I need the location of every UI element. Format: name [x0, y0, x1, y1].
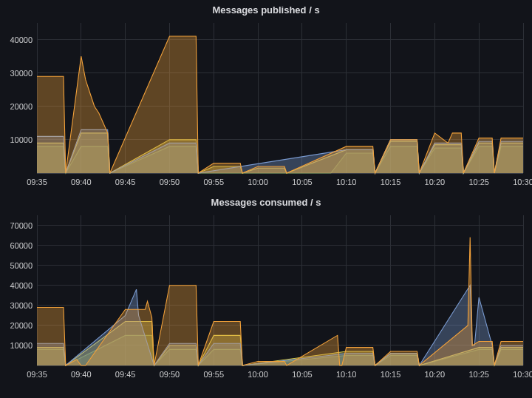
panel-title-consumed: Messages consumed / s: [0, 192, 532, 211]
svg-text:50000: 50000: [10, 261, 33, 270]
svg-text:10:15: 10:15: [381, 178, 401, 186]
svg-text:10000: 10000: [10, 341, 33, 350]
svg-text:10:10: 10:10: [336, 370, 357, 379]
svg-text:30000: 30000: [10, 301, 33, 310]
svg-text:10:30: 10:30: [513, 178, 532, 186]
svg-text:09:45: 09:45: [115, 370, 136, 379]
svg-text:09:35: 09:35: [27, 178, 47, 186]
svg-text:60000: 60000: [10, 241, 33, 250]
svg-text:10:25: 10:25: [468, 370, 489, 379]
svg-text:10:05: 10:05: [292, 370, 313, 379]
chart-consumed[interactable]: 1000020000300004000050000600007000009:35…: [0, 211, 532, 385]
svg-text:10:00: 10:00: [248, 178, 268, 186]
svg-text:10:15: 10:15: [381, 370, 401, 379]
svg-text:40000: 40000: [10, 36, 33, 44]
svg-text:09:35: 09:35: [27, 370, 47, 379]
svg-text:10:25: 10:25: [468, 178, 489, 186]
panel-consumed: Messages consumed / s 100002000030000400…: [0, 192, 532, 385]
svg-text:70000: 70000: [10, 221, 33, 230]
svg-text:09:45: 09:45: [115, 178, 136, 186]
svg-text:10:10: 10:10: [336, 178, 357, 186]
svg-text:10:00: 10:00: [248, 370, 268, 379]
svg-text:10000: 10000: [10, 135, 33, 144]
panel-title-published: Messages published / s: [0, 0, 532, 18]
svg-text:10:30: 10:30: [513, 370, 532, 379]
svg-text:40000: 40000: [10, 281, 33, 290]
svg-text:09:40: 09:40: [71, 178, 92, 186]
svg-text:09:50: 09:50: [160, 370, 180, 379]
svg-text:09:55: 09:55: [204, 370, 225, 379]
svg-text:10:20: 10:20: [425, 178, 446, 186]
svg-text:10:20: 10:20: [425, 370, 446, 379]
svg-text:09:40: 09:40: [71, 370, 92, 379]
svg-text:20000: 20000: [10, 321, 33, 330]
svg-text:09:55: 09:55: [204, 178, 225, 186]
svg-text:30000: 30000: [10, 69, 33, 78]
svg-text:10:05: 10:05: [292, 178, 313, 186]
svg-text:20000: 20000: [10, 102, 33, 111]
svg-text:09:50: 09:50: [160, 178, 180, 186]
panel-published: Messages published / s 10000200003000040…: [0, 0, 532, 192]
chart-published[interactable]: 1000020000300004000009:3509:4009:4509:50…: [0, 18, 532, 192]
